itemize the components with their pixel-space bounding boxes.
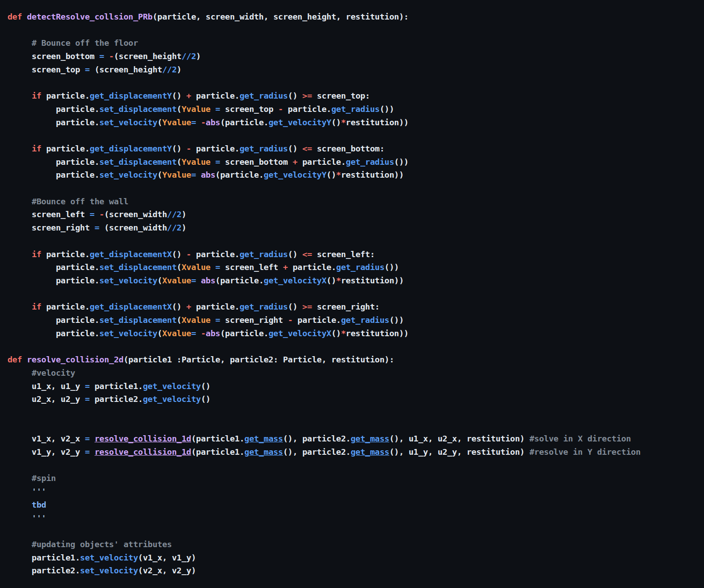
token-plain: ( — [177, 104, 182, 114]
token-method-call: = — [191, 118, 196, 127]
code-line — [8, 24, 700, 37]
token-plain — [196, 170, 201, 179]
token-keyword-operator: - — [100, 210, 104, 219]
token-plain: particle. — [8, 170, 100, 179]
token-keyword-operator: if — [32, 250, 41, 259]
token-method-call: get_radius — [240, 144, 288, 153]
token-function-name-underlined: resolve_collision_1d — [95, 447, 191, 457]
token-plain: (particle1 :Particle, particle2: Particl… — [124, 355, 394, 364]
token-keyword-operator: + — [283, 262, 288, 272]
token-keyword-operator: + — [293, 157, 298, 167]
token-method-call: get_velocity — [143, 381, 200, 391]
token-method-call: //2 — [181, 52, 196, 61]
token-comment: #updating objects' attributes — [8, 540, 172, 549]
code-editor[interactable]: def detectResolve_collsion_PRb(particle,… — [0, 0, 704, 588]
token-plain: particle. — [41, 250, 90, 259]
token-method-call: get_radius — [346, 157, 394, 167]
token-method-call: //2 — [162, 65, 177, 74]
code-line: particle.set_displacement(Yvalue = scree… — [8, 155, 700, 169]
code-line: particle.set_displacement(Yvalue = scree… — [8, 103, 700, 116]
token-plain: screen_top — [220, 104, 278, 114]
token-keyword-operator: if — [32, 144, 41, 153]
token-plain: () — [331, 118, 341, 127]
token-comment: # Bounce off the floor — [8, 38, 138, 48]
token-method-call: get_displacementX — [90, 250, 172, 259]
token-plain: particle. — [41, 302, 90, 311]
token-plain: (particle1. — [191, 447, 244, 457]
code-line: if particle.get_displacementX() + partic… — [8, 300, 700, 314]
token-plain: () — [172, 302, 187, 311]
code-line: u1_x, u1_y = particle1.get_velocity() — [8, 380, 700, 393]
code-line — [8, 76, 700, 90]
code-line: screen_bottom = -(screen_height//2) — [8, 50, 700, 63]
token-plain: particle. — [41, 144, 90, 153]
token-plain — [196, 118, 201, 127]
code-line — [8, 419, 700, 433]
token-plain: () — [172, 144, 187, 153]
token-plain: (screen_width — [104, 210, 167, 219]
token-method-call: set_displacement — [100, 104, 177, 114]
code-line: #velocity — [8, 366, 700, 380]
token-method-call: = — [216, 262, 220, 272]
token-plain: particle. — [293, 315, 341, 325]
token-plain: u1_x, u1_y — [8, 381, 85, 391]
code-line: particle.set_displacement(Xvalue = scree… — [8, 261, 700, 274]
token-plain: ) — [177, 65, 182, 74]
code-line: if particle.get_displacementY() + partic… — [8, 89, 700, 103]
code-line: #spin — [8, 472, 700, 485]
token-plain: (particle, screen_width, screen_height, … — [152, 12, 408, 21]
token-keyword-operator: def — [8, 12, 22, 21]
code-line: tbd — [8, 498, 700, 512]
token-keyword-operator: - — [201, 118, 206, 127]
token-plain: ()) — [380, 104, 394, 114]
code-line: ''' — [8, 485, 700, 498]
code-line: if particle.get_displacementX() - partic… — [8, 248, 700, 261]
token-method-call: set_velocity — [80, 553, 138, 562]
token-plain: (particle. — [216, 170, 264, 179]
token-method-call: set_velocity — [100, 276, 157, 285]
token-comment: #resolve in Y direction — [529, 447, 640, 457]
token-method-call: = — [85, 434, 90, 443]
token-plain: ()) — [389, 315, 404, 325]
token-keyword-argument: Xvalue — [181, 262, 210, 272]
token-plain: (screen_height — [90, 65, 162, 74]
code-line: u2_x, u2_y = particle2.get_velocity() — [8, 393, 700, 406]
token-plain: screen_left: — [312, 250, 375, 259]
token-plain: (), particle2. — [283, 434, 351, 443]
token-keyword-operator: - — [186, 250, 191, 259]
code-line: ''' — [8, 512, 700, 525]
token-plain: () — [288, 91, 303, 100]
token-keyword-operator: * — [336, 276, 341, 285]
token-method-call: get_displacementX — [90, 302, 172, 311]
token-method-call: set_displacement — [100, 262, 177, 272]
token-comment: #velocity — [8, 368, 75, 377]
token-string-content: tbd — [8, 500, 46, 509]
token-method-call: = — [85, 65, 90, 74]
token-method-call: //2 — [167, 210, 182, 219]
token-plain: particle. — [283, 104, 332, 114]
code-line — [8, 182, 700, 195]
token-method-call: set_velocity — [100, 170, 157, 179]
token-method-call: set_velocity — [80, 566, 138, 575]
token-method-call: = — [216, 104, 220, 114]
token-plain: restitution)) — [346, 329, 408, 338]
code-line — [8, 287, 700, 301]
code-line: # Bounce off the floor — [8, 36, 700, 50]
token-plain: ( — [177, 262, 182, 272]
token-keyword-operator: * — [336, 170, 341, 179]
token-keyword-operator: <= — [302, 144, 312, 153]
code-line — [8, 340, 700, 353]
token-plain — [211, 104, 216, 114]
token-keyword-argument: Xvalue — [162, 329, 191, 338]
token-plain: screen_right — [220, 315, 288, 325]
token-keyword-argument: Xvalue — [181, 315, 210, 325]
code-line — [8, 406, 700, 419]
token-function-name: abs — [201, 276, 216, 285]
code-line: if particle.get_displacementY() - partic… — [8, 142, 700, 155]
token-keyword-operator: + — [186, 91, 191, 100]
code-line: particle.set_velocity(Xvalue= -abs(parti… — [8, 327, 700, 340]
token-keyword-argument: Yvalue — [181, 157, 210, 167]
code-line: particle.set_velocity(Xvalue= abs(partic… — [8, 274, 700, 287]
token-method-call: = — [191, 170, 196, 179]
code-line: particle.set_velocity(Yvalue= -abs(parti… — [8, 116, 700, 129]
